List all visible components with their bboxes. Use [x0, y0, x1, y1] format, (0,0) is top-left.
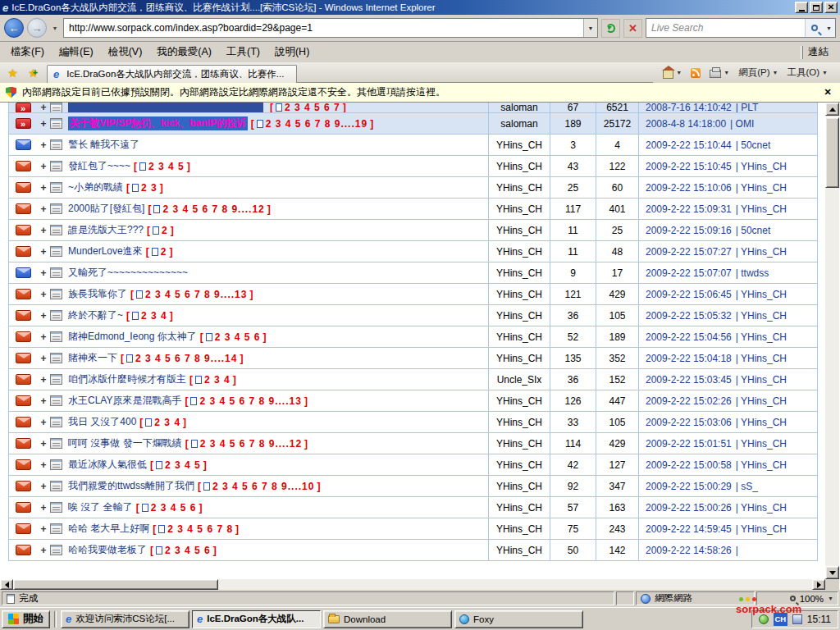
favorites-center-button[interactable]: [2, 64, 23, 81]
page-numbers[interactable]: 2 3 4: [141, 310, 167, 322]
expand-toggle[interactable]: +: [37, 203, 50, 215]
expand-toggle[interactable]: +: [37, 395, 50, 407]
topic-title-link[interactable]: 哈哈 老大早上好啊: [68, 522, 149, 536]
menu-tools[interactable]: 工具(T): [219, 42, 267, 62]
expand-toggle[interactable]: +: [37, 523, 50, 535]
taskbar-button-icedragon[interactable]: e IcE.DraGon各大战队...: [192, 610, 321, 628]
print-button[interactable]: [706, 64, 733, 81]
page-numbers[interactable]: 2 3 4 5 6 7 8 9....14: [135, 353, 237, 364]
page-numbers[interactable]: 2 3: [141, 182, 158, 194]
topic-page-links[interactable]: [2 3 4 5 6 7 8 9....12]: [185, 438, 308, 450]
menu-view[interactable]: 檢視(V): [101, 42, 150, 62]
expand-toggle[interactable]: +: [37, 246, 50, 258]
expand-toggle[interactable]: +: [37, 353, 50, 364]
scroll-down-button[interactable]: [825, 566, 839, 579]
page-numbers[interactable]: 2 3 4 5: [148, 161, 185, 172]
expand-toggle[interactable]: +: [37, 459, 50, 471]
page-numbers[interactable]: 2 3 4 5 6 7: [285, 103, 340, 113]
expand-toggle[interactable]: +: [37, 139, 50, 151]
maximize-button[interactable]: [810, 2, 823, 13]
page-numbers[interactable]: 2 3 4 5: [165, 459, 201, 471]
page-numbers[interactable]: 2 3 4 5 6: [151, 502, 197, 514]
history-dropdown-icon[interactable]: [50, 21, 60, 35]
topic-title-link[interactable]: 我們親愛的ttwdss離開了我們: [68, 479, 194, 493]
topic-title-link[interactable]: 我日 又沒了400: [68, 415, 136, 429]
menu-help[interactable]: 說明(H): [267, 42, 317, 62]
topic-title-link[interactable]: 發紅包了~~~~: [68, 159, 130, 173]
stop-button[interactable]: [623, 19, 642, 38]
back-button[interactable]: [4, 18, 24, 38]
topic-title-link[interactable]: 又輸死了~~~~~~~~~~~~~~: [68, 266, 188, 280]
search-button[interactable]: [805, 19, 823, 37]
toolbar-grip[interactable]: [801, 46, 803, 59]
page-numbers[interactable]: 2 3 4 5 6 7 8 9....12: [200, 438, 302, 450]
menu-file[interactable]: 檔案(F): [3, 42, 52, 62]
topic-title-link[interactable]: 賭神來一下: [68, 351, 117, 365]
scroll-right-button[interactable]: [812, 579, 825, 590]
page-menu-button[interactable]: 網頁(P): [735, 64, 781, 81]
page-numbers[interactable]: 2 3 4 5 6 7 8 9....19: [266, 118, 368, 130]
topic-page-links[interactable]: [2 3 4 5 6 7 8 9....19]: [251, 118, 373, 130]
page-numbers[interactable]: 2: [161, 246, 167, 258]
home-button[interactable]: [660, 64, 685, 81]
topic-title-link[interactable]: 誰是洗版大王???: [68, 223, 144, 237]
expand-toggle[interactable]: +: [37, 481, 50, 492]
horizontal-scroll-thumb[interactable]: [13, 579, 218, 590]
topic-title-link[interactable]: 族長我靠你了: [68, 287, 127, 301]
topic-page-links[interactable]: [2 3 4 5 6 7 8 9....13]: [130, 289, 253, 300]
page-numbers[interactable]: 2 3 4 5 6: [165, 545, 211, 556]
menu-favorites[interactable]: 我的最愛(A): [149, 42, 219, 62]
search-input[interactable]: Live Search: [646, 18, 836, 38]
expand-toggle[interactable]: +: [37, 545, 50, 556]
topic-title-link[interactable]: 水王CLAY原來是混戰高手: [68, 394, 181, 408]
taskbar-button-welcome[interactable]: e 欢迎访问索沛CS论坛[...: [61, 610, 189, 628]
links-label[interactable]: 連結: [808, 45, 829, 59]
expand-toggle[interactable]: +: [37, 161, 50, 172]
topic-page-links[interactable]: [2 3 4 5]: [150, 459, 207, 471]
feeds-button[interactable]: [687, 64, 704, 81]
topic-title-link[interactable]: 咱們冰版什麼時候才有版主: [68, 372, 186, 386]
url-input[interactable]: http://www.sorpack.com/index.asp?boardid…: [63, 18, 598, 38]
topic-title-link[interactable]: 呵呵 沒事做 發一下爛戰績: [68, 436, 182, 450]
topic-page-links[interactable]: [2 3 4 5 6 7 8 9....14]: [121, 353, 243, 364]
page-numbers[interactable]: 2 3 4 5 6 7 8 9....13: [145, 289, 247, 300]
topic-page-links[interactable]: [2 3 4 5 6 7]: [270, 103, 346, 113]
topic-page-links[interactable]: [2 3 4 5 6 7 8]: [153, 523, 239, 535]
topic-title-link[interactable]: ~小弟的戰績: [68, 180, 123, 194]
expand-toggle[interactable]: +: [37, 103, 50, 113]
topic-page-links[interactable]: [2 3 4]: [139, 417, 186, 428]
topic-page-links[interactable]: [2 3 4 5 6]: [200, 331, 267, 343]
information-bar-close-button[interactable]: [821, 86, 834, 99]
minimize-button[interactable]: [795, 2, 808, 13]
topic-page-links[interactable]: [2 3 4 5 6 7 8 9....12]: [148, 203, 270, 215]
expand-toggle[interactable]: +: [37, 374, 50, 386]
expand-toggle[interactable]: +: [37, 310, 50, 322]
horizontal-scrollbar[interactable]: [0, 579, 825, 590]
topic-page-links[interactable]: [2 3]: [126, 182, 163, 194]
topic-page-links[interactable]: [2 3 4 5 6 7 8 9....10]: [198, 481, 320, 492]
page-numbers[interactable]: 2 3 4: [204, 374, 231, 386]
topic-title-link[interactable]: MunderLove進來: [68, 244, 143, 258]
close-button[interactable]: ✕: [824, 2, 838, 13]
page-numbers[interactable]: 2 3 4 5 6 7 8: [167, 523, 233, 535]
expand-toggle[interactable]: +: [37, 289, 50, 300]
page-numbers[interactable]: 2 3 4 5 6 7 8 9....12: [162, 203, 264, 215]
page-numbers[interactable]: 2 3 4: [154, 417, 180, 428]
taskbar-button-foxy[interactable]: Foxy: [454, 610, 583, 628]
forward-button[interactable]: [27, 18, 47, 38]
topic-title-link[interactable]: 終於不辭了~: [68, 308, 123, 322]
topic-title-link[interactable]: 賭神Edmond_Ieong 你太神了: [68, 330, 197, 344]
url-dropdown-button[interactable]: [583, 19, 597, 37]
page-numbers[interactable]: 2: [162, 225, 168, 236]
tab-active[interactable]: e IcE.DraGon各大战队内部交流，团练商议、比赛作...: [47, 65, 297, 83]
tools-menu-button[interactable]: 工具(O): [783, 64, 831, 81]
page-numbers[interactable]: 2 3 4 5 6 7 8 9....10: [212, 481, 314, 492]
vertical-scroll-thumb[interactable]: [825, 117, 839, 188]
vertical-scrollbar[interactable]: [825, 103, 839, 579]
topic-title-link[interactable]: 最近冰隊人氣很低: [68, 458, 147, 472]
topic-page-links[interactable]: [2]: [146, 246, 173, 258]
scroll-up-button[interactable]: [825, 103, 839, 116]
topic-page-links[interactable]: [2 3 4 5 6]: [150, 545, 217, 556]
expand-toggle[interactable]: +: [37, 417, 50, 428]
expand-toggle[interactable]: +: [37, 118, 50, 130]
